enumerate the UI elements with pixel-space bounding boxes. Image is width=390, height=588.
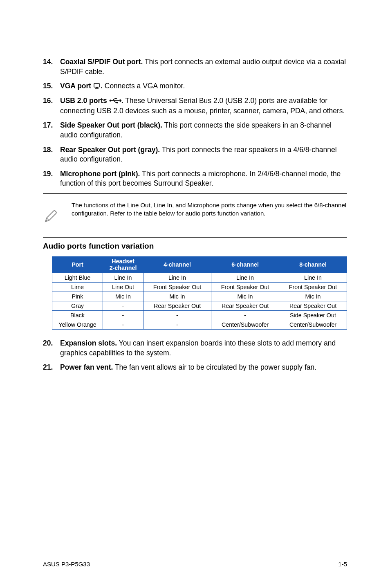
item-text: USB 2.0 ports . These Universal Serial B…	[60, 96, 347, 116]
table-header: 6-channel	[211, 257, 279, 273]
section-heading: Audio ports function variation	[43, 242, 347, 251]
svg-rect-0	[94, 83, 99, 87]
item-number: 14.	[43, 57, 60, 76]
table-header: Headset2-channel	[103, 257, 143, 273]
divider	[43, 193, 347, 194]
vga-monitor-icon	[93, 82, 101, 92]
numbered-list: 14. Coaxial S/PDIF Out port. This port c…	[43, 57, 347, 189]
item-text: Power fan vent. The fan vent allows air …	[60, 363, 347, 373]
svg-rect-1	[96, 88, 98, 88]
list-item: 15. VGA port . Connects a VGA monitor.	[43, 81, 347, 91]
item-text: Expansion slots. You can insert expansio…	[60, 339, 347, 358]
svg-rect-2	[95, 88, 99, 88]
footer-left: ASUS P3-P5G33	[43, 561, 90, 568]
note-block: The functions of the Line Out, Line In, …	[43, 193, 347, 238]
footer-right: 1-5	[338, 561, 347, 568]
item-number: 19.	[43, 169, 60, 189]
table-row: Light BlueLine InLine InLine InLine In	[52, 273, 347, 282]
table-row: Yellow Orange--Center/SubwooferCenter/Su…	[52, 320, 347, 329]
list-item: 19. Microphone port (pink). This port co…	[43, 169, 347, 189]
item-number: 17.	[43, 121, 60, 140]
item-number: 18.	[43, 145, 60, 164]
item-number: 21.	[43, 363, 60, 373]
item-number: 20.	[43, 339, 60, 358]
list-item: 21. Power fan vent. The fan vent allows …	[43, 363, 347, 373]
list-item: 17. Side Speaker Out port (black). This …	[43, 121, 347, 140]
item-text: Rear Speaker Out port (gray). This port …	[60, 145, 347, 164]
item-number: 15.	[43, 81, 60, 91]
svg-point-4	[115, 98, 117, 99]
table-row: Gray-Rear Speaker OutRear Speaker OutRea…	[52, 301, 347, 310]
table-row: Black---Side Speaker Out	[52, 310, 347, 320]
note-text: The functions of the Line Out, Line In, …	[72, 201, 347, 218]
item-number: 16.	[43, 96, 60, 116]
item-text: Side Speaker Out port (black). This port…	[60, 121, 347, 140]
list-item: 18. Rear Speaker Out port (gray). This p…	[43, 145, 347, 164]
list-item: 20. Expansion slots. You can insert expa…	[43, 339, 347, 358]
table-header: 8-channel	[279, 257, 347, 273]
divider	[43, 237, 347, 238]
table-header: 4-channel	[143, 257, 211, 273]
table-header: Port	[52, 257, 103, 273]
svg-rect-5	[117, 102, 118, 103]
usb-trident-icon	[109, 97, 121, 106]
list-item: 14. Coaxial S/PDIF Out port. This port c…	[43, 57, 347, 76]
item-text: VGA port . Connects a VGA monitor.	[60, 81, 347, 91]
numbered-list: 20. Expansion slots. You can insert expa…	[43, 339, 347, 373]
table-row: LimeLine OutFront Speaker OutFront Speak…	[52, 282, 347, 292]
item-text: Coaxial S/PDIF Out port. This port conne…	[60, 57, 347, 76]
pencil-note-icon	[43, 201, 58, 225]
table-row: PinkMic InMic InMic InMic In	[52, 292, 347, 301]
audio-port-table: Port Headset2-channel 4-channel 6-channe…	[52, 256, 347, 330]
list-item: 16. USB 2.0 ports . These Universal Seri…	[43, 96, 347, 116]
page-footer: ASUS P3-P5G33 1-5	[43, 558, 347, 568]
item-text: Microphone port (pink). This port connec…	[60, 169, 347, 189]
